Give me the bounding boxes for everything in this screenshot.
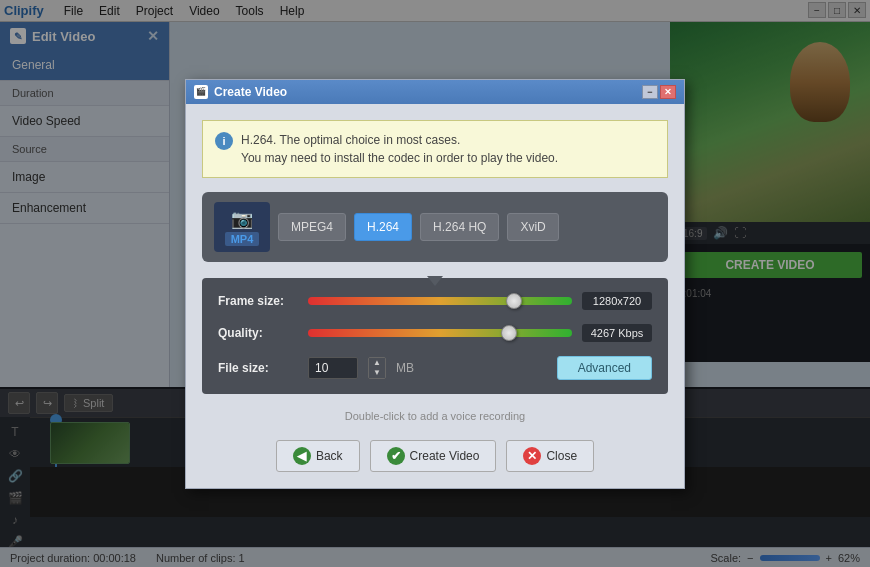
modal-overlay: 🎬 Create Video − ✕ i H.264. The optimal … <box>0 0 870 567</box>
frame-size-thumb[interactable] <box>506 293 522 309</box>
advanced-button[interactable]: Advanced <box>557 356 652 380</box>
format-mpeg4-button[interactable]: MPEG4 <box>278 213 346 241</box>
info-text: H.264. The optimal choice in most cases.… <box>241 131 558 167</box>
quality-label: Quality: <box>218 326 298 340</box>
info-line1: H.264. The optimal choice in most cases. <box>241 131 558 149</box>
dialog-title: Create Video <box>214 85 287 99</box>
back-label: Back <box>316 449 343 463</box>
dialog-win-btns: − ✕ <box>642 85 676 99</box>
back-icon: ◀ <box>293 447 311 465</box>
dialog-close-button[interactable]: ✕ <box>660 85 676 99</box>
format-row: 📷 MP4 MPEG4 H.264 H.264 HQ XviD <box>202 192 668 262</box>
create-label: Create Video <box>410 449 480 463</box>
camera-icon: 📷 <box>231 208 253 230</box>
frame-size-label: Frame size: <box>218 294 298 308</box>
file-size-row: File size: ▲ ▼ MB Advanced <box>218 356 652 380</box>
dialog-titlebar: 🎬 Create Video − ✕ <box>186 80 684 104</box>
footer-hint: Double-click to add a voice recording <box>186 410 684 428</box>
format-h264hq-button[interactable]: H.264 HQ <box>420 213 499 241</box>
dialog-body: i H.264. The optimal choice in most case… <box>186 104 684 410</box>
format-container: 📷 MP4 MPEG4 H.264 H.264 HQ XviD <box>202 192 668 262</box>
back-button[interactable]: ◀ Back <box>276 440 360 472</box>
info-box: i H.264. The optimal choice in most case… <box>202 120 668 178</box>
format-xvid-button[interactable]: XviD <box>507 213 558 241</box>
frame-size-row: Frame size: 1280x720 <box>218 292 652 310</box>
create-video-dialog: 🎬 Create Video − ✕ i H.264. The optimal … <box>185 79 685 489</box>
close-label: Close <box>546 449 577 463</box>
quality-value: 4267 Kbps <box>582 324 652 342</box>
create-icon: ✔ <box>387 447 405 465</box>
quality-thumb[interactable] <box>501 325 517 341</box>
spinner-up-button[interactable]: ▲ <box>369 358 385 368</box>
close-dialog-button[interactable]: ✕ Close <box>506 440 594 472</box>
info-icon: i <box>215 132 233 150</box>
mp4-badge: 📷 MP4 <box>214 202 270 252</box>
close-x-icon: ✕ <box>523 447 541 465</box>
frame-size-slider[interactable] <box>308 297 572 305</box>
file-size-spinner: ▲ ▼ <box>368 357 386 379</box>
quality-slider[interactable] <box>308 329 572 337</box>
create-video-footer-button[interactable]: ✔ Create Video <box>370 440 497 472</box>
mb-unit-label: MB <box>396 361 414 375</box>
app-background: Clipify File Edit Project Video Tools He… <box>0 0 870 567</box>
mp4-label: MP4 <box>225 232 260 246</box>
format-triangle <box>427 276 443 286</box>
settings-area: Frame size: 1280x720 Quality: 4267 Kbps <box>202 278 668 394</box>
frame-size-value: 1280x720 <box>582 292 652 310</box>
quality-row: Quality: 4267 Kbps <box>218 324 652 342</box>
file-size-input[interactable] <box>308 357 358 379</box>
dialog-title-icon: 🎬 <box>194 85 208 99</box>
file-size-label: File size: <box>218 361 298 375</box>
dialog-footer: ◀ Back ✔ Create Video ✕ Close <box>186 428 684 488</box>
format-h264-button[interactable]: H.264 <box>354 213 412 241</box>
spinner-down-button[interactable]: ▼ <box>369 368 385 378</box>
info-line2: You may need to install the codec in ord… <box>241 149 558 167</box>
dialog-minimize-button[interactable]: − <box>642 85 658 99</box>
